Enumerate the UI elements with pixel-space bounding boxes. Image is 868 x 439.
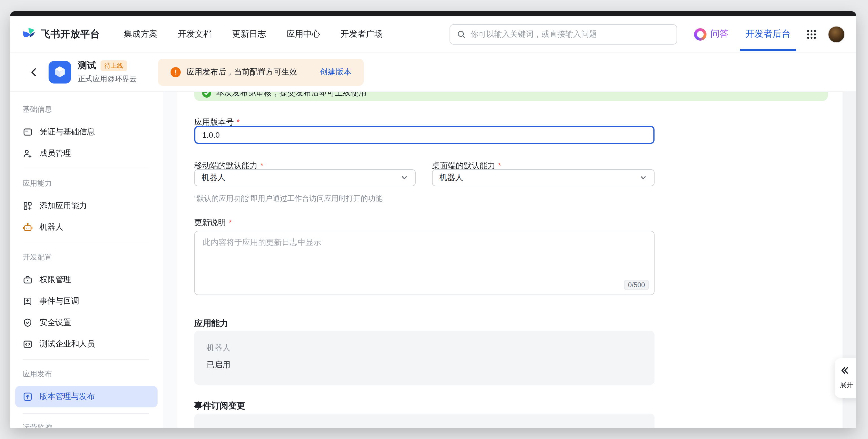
- sidebar-item-label: 权限管理: [39, 275, 71, 285]
- sidebar-section-basic: 基础信息: [10, 104, 163, 114]
- chevron-down-icon: [400, 174, 408, 182]
- warning-text: 应用发布后，当前配置方可生效: [186, 67, 297, 77]
- nav-item-marketplace[interactable]: 开发者广场: [341, 29, 383, 39]
- member-icon: [23, 148, 33, 159]
- event-section-title: 事件订阅变更: [194, 400, 245, 411]
- warning-icon: !: [170, 67, 181, 77]
- capability-status: 已启用: [207, 360, 230, 370]
- required-asterisk: *: [229, 218, 232, 227]
- desktop-capability-select[interactable]: 机器人: [432, 169, 654, 186]
- logo[interactable]: 飞书开放平台: [22, 27, 100, 41]
- sidebar-section-capability: 应用能力: [10, 178, 163, 189]
- robot-icon: [23, 222, 33, 233]
- desktop-capability-value: 机器人: [439, 173, 639, 183]
- event-callback-icon: [23, 296, 33, 306]
- search-placeholder: 你可以输入关键词，或直接输入问题: [470, 29, 597, 39]
- sidebar-item-events[interactable]: 事件与回调: [10, 291, 163, 312]
- user-avatar[interactable]: [828, 26, 845, 43]
- sidebar-item-credentials[interactable]: 凭证与基础信息: [10, 121, 163, 143]
- notes-placeholder: 此内容将于应用的更新日志中显示: [203, 238, 321, 248]
- sidebar-item-label: 凭证与基础信息: [39, 127, 95, 137]
- mobile-capability-select[interactable]: 机器人: [194, 169, 416, 186]
- sidebar: 基础信息 凭证与基础信息 成员管理: [10, 92, 163, 428]
- capability-hint: “默认的应用功能”即用户通过工作台访问应用时打开的功能: [194, 194, 382, 204]
- chevron-down-icon: [639, 174, 647, 182]
- qa-label: 问答: [710, 28, 728, 40]
- window-titlebar: [10, 11, 856, 16]
- sidebar-item-label: 添加应用能力: [39, 201, 87, 211]
- nav-item-docs[interactable]: 开发文档: [178, 29, 212, 39]
- release-form: 应用版本号* 移动端的默认能力* 桌面端的默认能力* 机器人: [194, 92, 654, 428]
- sidebar-item-label: 版本管理与发布: [39, 392, 95, 402]
- nav-item-appcenter[interactable]: 应用中心: [286, 29, 320, 39]
- required-asterisk: *: [498, 161, 501, 170]
- browser-window: 飞书开放平台 集成方案 开发文档 更新日志 应用中心 开发者广场 你可以输入关键…: [10, 11, 856, 428]
- sidebar-item-label: 事件与回调: [39, 296, 79, 306]
- security-icon: [23, 318, 33, 328]
- nav-item-changelog[interactable]: 更新日志: [232, 29, 266, 39]
- sidebar-item-bot[interactable]: 机器人: [10, 217, 163, 238]
- release-icon: [23, 392, 33, 402]
- expand-panel-button[interactable]: 展开: [835, 358, 856, 398]
- sidebar-gutter: [163, 92, 177, 428]
- sidebar-item-label: 机器人: [39, 222, 63, 233]
- sidebar-item-test-corp[interactable]: 测试企业和人员: [10, 334, 163, 355]
- event-card: [194, 414, 654, 428]
- back-button[interactable]: [26, 64, 42, 80]
- search-input[interactable]: 你可以输入关键词，或直接输入问题: [450, 24, 677, 44]
- add-capability-icon: [23, 201, 33, 211]
- body: 基础信息 凭证与基础信息 成员管理: [10, 92, 856, 428]
- sidebar-item-permissions[interactable]: 权限管理: [10, 269, 163, 291]
- sidebar-divider: [23, 360, 149, 360]
- sidebar-item-add-capability[interactable]: 添加应用能力: [10, 195, 163, 217]
- required-asterisk: *: [237, 117, 240, 126]
- sidebar-item-version-release[interactable]: 版本管理与发布: [15, 386, 158, 407]
- capability-name: 机器人: [207, 343, 230, 353]
- sidebar-divider: [23, 413, 149, 414]
- capability-card: 机器人 已启用: [194, 331, 654, 385]
- app-subtitle: 正式应用@环界云: [78, 74, 137, 84]
- main-content: 本次发布免审核，提交发布后即可上线使用 应用版本号* 移动端的默认能力* 桌面端…: [177, 92, 856, 428]
- qa-ring-icon: [694, 28, 707, 40]
- sidebar-item-label: 成员管理: [39, 148, 71, 159]
- sidebar-section-devconfig: 开发配置: [10, 252, 163, 262]
- expand-label: 展开: [840, 380, 853, 390]
- permission-icon: [23, 275, 33, 285]
- dev-console-tab[interactable]: 开发者后台: [745, 28, 790, 40]
- test-corp-icon: [23, 339, 33, 349]
- nav-item-integration[interactable]: 集成方案: [124, 29, 158, 39]
- sidebar-divider: [23, 169, 149, 169]
- app-name: 测试: [78, 60, 96, 72]
- capability-section-title: 应用能力: [194, 318, 228, 329]
- feishu-logo-icon: [22, 27, 36, 41]
- logo-text: 飞书开放平台: [41, 28, 100, 41]
- top-navbar: 飞书开放平台 集成方案 开发文档 更新日志 应用中心 开发者广场 你可以输入关键…: [10, 16, 856, 53]
- double-chevron-left-icon: [840, 366, 849, 375]
- status-badge: 待上线: [100, 60, 127, 71]
- version-input[interactable]: [194, 126, 654, 144]
- credential-icon: [23, 127, 33, 137]
- app-meta: 测试 待上线 正式应用@环界云: [78, 60, 137, 84]
- sidebar-item-security[interactable]: 安全设置: [10, 312, 163, 334]
- publish-warning-banner: ! 应用发布后，当前配置方可生效 创建版本: [158, 58, 364, 86]
- sidebar-item-members[interactable]: 成员管理: [10, 143, 163, 164]
- sidebar-item-label: 安全设置: [39, 318, 71, 328]
- primary-nav: 集成方案 开发文档 更新日志 应用中心 开发者广场: [124, 29, 383, 39]
- apps-grid-icon[interactable]: [806, 29, 816, 39]
- app-icon: [49, 61, 71, 83]
- qa-entry[interactable]: 问答: [694, 28, 728, 40]
- dev-console-label: 开发者后台: [745, 29, 790, 38]
- sidebar-section-release: 应用发布: [10, 369, 163, 379]
- sidebar-item-label: 测试企业和人员: [39, 339, 95, 349]
- char-counter: 0/500: [624, 280, 649, 290]
- sidebar-section-monitor: 运营监控: [10, 423, 163, 428]
- active-tab-underline: [740, 49, 796, 52]
- search-icon: [457, 30, 466, 39]
- mobile-capability-value: 机器人: [202, 173, 400, 183]
- create-version-link[interactable]: 创建版本: [320, 67, 351, 77]
- required-asterisk: *: [260, 161, 264, 170]
- app-header: 测试 待上线 正式应用@环界云 ! 应用发布后，当前配置方可生效 创建版本: [10, 53, 856, 92]
- notes-label: 更新说明*: [194, 217, 232, 228]
- notes-textarea[interactable]: 此内容将于应用的更新日志中显示 0/500: [194, 231, 654, 295]
- sidebar-divider: [23, 243, 149, 243]
